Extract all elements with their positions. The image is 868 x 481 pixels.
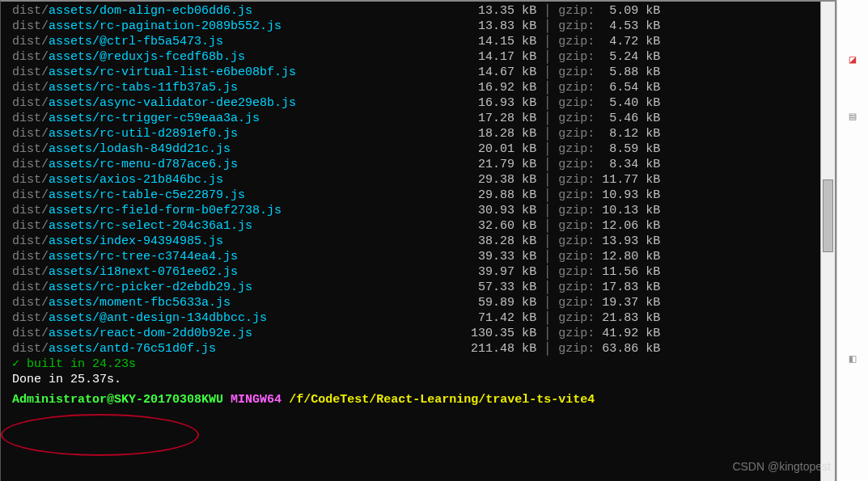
file-size: 57.33 kB [369, 280, 536, 295]
gzip-size: 4.72 kB [602, 34, 660, 49]
check-icon: ✓ [12, 357, 27, 372]
output-row: dist/assets/async-validator-dee29e8b.js … [1, 95, 835, 111]
file-name: assets/dom-align-ecb06dd6.js [49, 3, 369, 19]
gzip-label: gzip: [558, 264, 602, 280]
gzip-size: 5.24 kB [602, 49, 660, 65]
path-prefix: dist/ [12, 234, 49, 249]
gzip-label: gzip: [558, 188, 602, 203]
watermark: CSDN @kingtopest [732, 460, 831, 473]
file-size: 14.67 kB [369, 65, 536, 80]
path-prefix: dist/ [12, 172, 49, 188]
output-row: dist/assets/antd-76c51d0f.js 211.48 kB │… [1, 341, 835, 357]
scroll-thumb[interactable] [823, 179, 833, 252]
gzip-size: 12.80 kB [602, 249, 660, 264]
output-row: dist/assets/@reduxjs-fcedf68b.js 14.17 k… [1, 49, 835, 65]
output-row: dist/assets/rc-picker-d2ebdb29.js 57.33 … [1, 280, 835, 295]
at-symbol: @ [107, 392, 114, 407]
separator: │ [536, 34, 558, 49]
layers-icon: ▤ [842, 105, 863, 126]
path-prefix: dist/ [12, 80, 49, 95]
path-prefix: dist/ [12, 264, 49, 280]
separator: │ [536, 111, 558, 126]
gzip-size: 8.12 kB [602, 126, 660, 141]
path-prefix: dist/ [12, 326, 49, 341]
file-name: assets/index-94394985.js [49, 234, 369, 249]
file-name: assets/rc-trigger-c59eaa3a.js [49, 111, 369, 126]
file-name: assets/rc-picker-d2ebdb29.js [49, 280, 369, 295]
file-size: 39.33 kB [369, 249, 536, 264]
gzip-label: gzip: [558, 341, 602, 357]
separator: │ [536, 326, 558, 341]
gzip-label: gzip: [558, 95, 602, 111]
file-name: assets/lodash-849dd21c.js [49, 141, 369, 157]
file-size: 14.15 kB [369, 34, 536, 49]
path-prefix: dist/ [12, 203, 49, 218]
gzip-size: 63.86 kB [602, 341, 660, 357]
path-prefix: dist/ [12, 126, 49, 141]
output-row: dist/assets/react-dom-2dd0b92e.js 130.35… [1, 326, 835, 341]
gzip-label: gzip: [558, 65, 602, 80]
file-size: 29.88 kB [369, 188, 536, 203]
output-row: dist/assets/rc-menu-d787ace6.js 21.79 kB… [1, 157, 835, 172]
file-name: assets/@ctrl-fb5a5473.js [49, 34, 369, 49]
red-square-icon: ◪ [842, 49, 863, 70]
separator: │ [536, 172, 558, 188]
highlight-circle-annotation [1, 414, 199, 456]
file-name: assets/i18next-0761ee62.js [49, 264, 369, 280]
separator: │ [536, 218, 558, 234]
terminal-scrollbar[interactable] [820, 2, 835, 481]
path-prefix: dist/ [12, 188, 49, 203]
path-prefix: dist/ [12, 295, 49, 310]
output-row: dist/assets/axios-21b846bc.js 29.38 kB │… [1, 172, 835, 188]
built-line: ✓ built in 24.23s [1, 357, 835, 372]
gzip-size: 11.77 kB [602, 172, 660, 188]
build-output: dist/assets/dom-align-ecb06dd6.js 13.35 … [1, 3, 835, 357]
file-name: assets/rc-tree-c3744ea4.js [49, 249, 369, 264]
output-row: dist/assets/@ctrl-fb5a5473.js 14.15 kB │… [1, 34, 835, 49]
output-row: dist/assets/i18next-0761ee62.js 39.97 kB… [1, 264, 835, 280]
path-prefix: dist/ [12, 141, 49, 157]
output-row: dist/assets/rc-trigger-c59eaa3a.js 17.28… [1, 111, 835, 126]
file-size: 130.35 kB [369, 326, 536, 341]
file-name: assets/react-dom-2dd0b92e.js [49, 326, 369, 341]
file-size: 59.89 kB [369, 295, 536, 310]
output-row: dist/assets/dom-align-ecb06dd6.js 13.35 … [1, 3, 835, 19]
output-row: dist/assets/moment-fbc5633a.js 59.89 kB … [1, 295, 835, 310]
gzip-label: gzip: [558, 310, 602, 326]
gzip-label: gzip: [558, 326, 602, 341]
file-size: 18.28 kB [369, 126, 536, 141]
built-time: built in 24.23s [27, 357, 136, 372]
separator: │ [536, 141, 558, 157]
file-size: 17.28 kB [369, 111, 536, 126]
file-size: 16.92 kB [369, 80, 536, 95]
separator: │ [536, 280, 558, 295]
shell-prompt[interactable]: Administrator@SKY-20170308KWU MINGW64 /f… [1, 392, 835, 407]
done-time: Done in 25.37s. [12, 372, 121, 387]
file-name: assets/rc-field-form-b0ef2738.js [49, 203, 369, 218]
gzip-label: gzip: [558, 141, 602, 157]
separator: │ [536, 295, 558, 310]
file-size: 38.28 kB [369, 234, 536, 249]
gzip-label: gzip: [558, 3, 602, 19]
path-prefix: dist/ [12, 34, 49, 49]
separator: │ [536, 310, 558, 326]
file-name: assets/@ant-design-134dbbcc.js [49, 310, 369, 326]
gzip-label: gzip: [558, 218, 602, 234]
terminal-window[interactable]: dist/assets/dom-align-ecb06dd6.js 13.35 … [0, 0, 836, 481]
separator: │ [536, 3, 558, 19]
path-prefix: dist/ [12, 249, 49, 264]
file-name: assets/axios-21b846bc.js [49, 172, 369, 188]
file-size: 211.48 kB [369, 341, 536, 357]
path-prefix: dist/ [12, 95, 49, 111]
gzip-size: 41.92 kB [602, 326, 660, 341]
prompt-mingw: MINGW64 [231, 392, 282, 407]
gzip-size: 5.09 kB [602, 3, 660, 19]
gzip-size: 13.93 kB [602, 234, 660, 249]
separator: │ [536, 126, 558, 141]
file-name: assets/rc-table-c5e22879.js [49, 188, 369, 203]
gzip-label: gzip: [558, 249, 602, 264]
gzip-size: 8.59 kB [602, 141, 660, 157]
gzip-size: 11.56 kB [602, 264, 660, 280]
path-prefix: dist/ [12, 111, 49, 126]
separator: │ [536, 203, 558, 218]
